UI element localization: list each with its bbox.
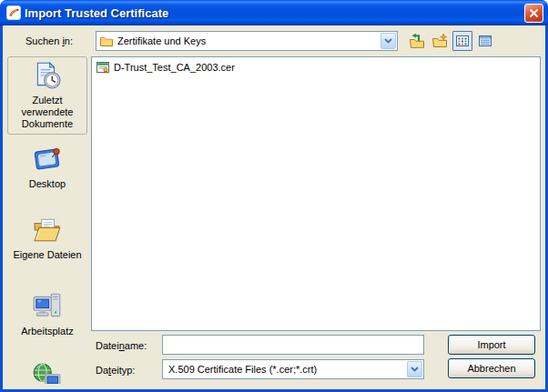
close-x-icon [529, 8, 539, 18]
sidebar-item-label: Desktop [9, 178, 86, 190]
file-item[interactable]: D-Trust_Test_CA_2003.cer [92, 57, 237, 75]
filetype-combobox[interactable]: X.509 Certificate Files (*.cer;*.crt) [162, 359, 424, 379]
file-name: D-Trust_Test_CA_2003.cer [114, 62, 235, 73]
filename-input[interactable] [162, 335, 424, 355]
filetype-dropdown-button[interactable] [407, 361, 422, 377]
sidebar-item-my-computer[interactable]: Arbeitsplatz [7, 287, 87, 342]
my-computer-icon [32, 291, 63, 322]
up-one-level-button[interactable] [407, 31, 427, 51]
desktop-icon [32, 144, 63, 175]
places-sidebar: Zuletzt verwendete Dokumente Desktop [7, 56, 91, 384]
recent-documents-icon [32, 60, 63, 91]
new-folder-icon [431, 33, 448, 49]
dialog-body: Suchen in: Zertifikate und Keys [3, 25, 545, 389]
up-one-level-icon [409, 33, 425, 49]
chevron-down-icon [411, 367, 419, 372]
details-view-icon [478, 34, 492, 48]
folder-icon [99, 34, 114, 48]
close-button[interactable] [524, 4, 543, 23]
import-certificate-dialog: Import Trusted Certificate Suchen in: Ze… [0, 0, 548, 392]
window-title: Import Trusted Certificate [25, 6, 524, 20]
sidebar-item-desktop[interactable]: Desktop [7, 140, 87, 195]
sidebar-item-label: Eigene Dateien [9, 249, 86, 261]
app-swoosh-icon [6, 5, 21, 20]
lookin-value: Zertifikate und Keys [117, 35, 206, 46]
sidebar-item-my-documents[interactable]: Eigene Dateien [7, 211, 87, 266]
my-documents-icon [32, 215, 63, 246]
chevron-down-icon [384, 38, 392, 44]
network-icon [32, 362, 63, 384]
lookin-dropdown-button[interactable] [381, 33, 396, 49]
lookin-combobox[interactable]: Zertifikate und Keys [96, 31, 398, 51]
cancel-button[interactable]: Abbrechen [448, 358, 535, 378]
sidebar-item-label: Zuletzt verwendete Dokumente [9, 95, 86, 130]
list-view-button[interactable] [452, 31, 472, 51]
sidebar-item-label: Arbeitsplatz [9, 326, 86, 337]
new-folder-button[interactable] [430, 31, 450, 51]
import-button-label: Import [477, 339, 505, 350]
filetype-label: Dateityp: [96, 365, 135, 376]
list-view-icon [455, 34, 470, 48]
filename-label: Dateiname: [96, 340, 147, 351]
sidebar-item-network[interactable]: Netzwerkumgebung [7, 358, 87, 384]
certificate-file-icon [96, 60, 110, 75]
details-view-button[interactable] [475, 31, 495, 51]
file-toolbar [407, 31, 495, 51]
lookin-label: Suchen in: [25, 35, 73, 46]
titlebar[interactable]: Import Trusted Certificate [0, 0, 548, 25]
file-list[interactable]: D-Trust_Test_CA_2003.cer [91, 56, 541, 331]
import-button[interactable]: Import [448, 335, 535, 355]
sidebar-item-recent-documents[interactable]: Zuletzt verwendete Dokumente [7, 56, 87, 135]
cancel-button-label: Abbrechen [467, 363, 515, 374]
filetype-value: X.509 Certificate Files (*.cer;*.crt) [168, 364, 317, 375]
